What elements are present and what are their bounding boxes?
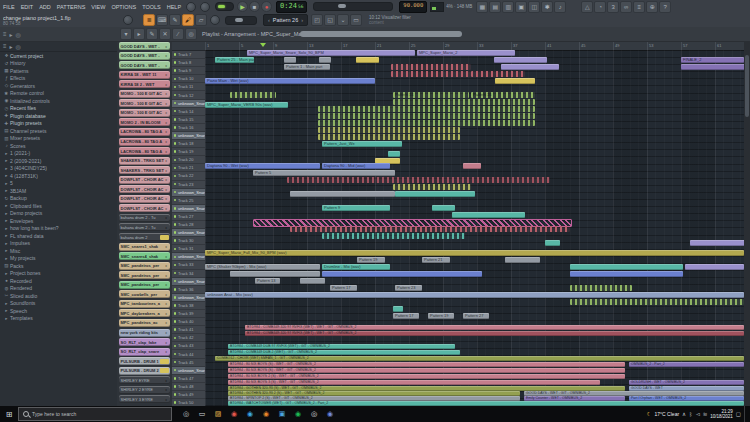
browser-item-project-bones[interactable]: ▸Project bones bbox=[0, 270, 117, 278]
track-mute-led[interactable] bbox=[174, 345, 177, 348]
playlist-clip[interactable] bbox=[495, 78, 535, 84]
playlist-clip[interactable] bbox=[432, 205, 455, 211]
wait-for-input-icon[interactable]: ◔ bbox=[594, 1, 606, 13]
playlist-clip[interactable]: MPC_Super_Mario_2 bbox=[417, 50, 515, 56]
browser-item-soundfonts[interactable]: ▸Soundfonts bbox=[0, 300, 117, 308]
playlist-clip[interactable]: Daytona 90 - Wet (wav) bbox=[205, 163, 320, 169]
playlist-clip[interactable] bbox=[452, 212, 525, 218]
track-header-unknown-snare18[interactable]: unknown_Snare18 bbox=[172, 367, 205, 375]
playlist-clip[interactable]: Pattern 27 bbox=[463, 313, 489, 319]
shuffle-knob[interactable] bbox=[123, 15, 133, 25]
playlist-clip[interactable] bbox=[505, 257, 540, 263]
picker-clip[interactable]: GOOD DAYS - WET -▸ bbox=[119, 42, 170, 50]
track-header-track-48[interactable]: Track 48 bbox=[172, 383, 205, 391]
track-header-unknown-snare11[interactable]: unknown_Snare11 bbox=[172, 132, 205, 140]
pattern-song-switch[interactable] bbox=[215, 2, 234, 11]
browser-item-1-2021-[interactable]: ▸1 (2021-) bbox=[0, 150, 117, 158]
track-header-track-41[interactable]: Track 41 bbox=[172, 326, 205, 334]
track-mute-led[interactable] bbox=[174, 78, 177, 81]
network-icon[interactable]: ≋ bbox=[703, 411, 708, 417]
pattern-selector[interactable]: ‹ Pattern 26 › bbox=[263, 14, 308, 26]
playlist-menu-icon[interactable]: ▾ bbox=[120, 28, 132, 40]
track-mute-led[interactable] bbox=[174, 296, 177, 299]
picker-clip[interactable]: bahana drum 2 - Tu▸ bbox=[119, 214, 170, 222]
playlist-clip[interactable] bbox=[570, 264, 683, 270]
slip-edit-button[interactable]: ▱ bbox=[195, 14, 207, 26]
playlist-clip[interactable]: Pattern 13 bbox=[255, 278, 280, 284]
picker-clip[interactable]: LACROWA - 80 TAG A▸ bbox=[119, 138, 170, 146]
playlist-clip[interactable]: COMBO12 - CHOIR (WET) SMFAN_1 - GIT - OM… bbox=[215, 356, 744, 361]
pattern-plus[interactable]: › bbox=[301, 17, 303, 23]
picker-clip[interactable]: GOOD DAYS - WET -▸ bbox=[119, 61, 170, 69]
chevron-up-icon[interactable]: ∧ bbox=[682, 411, 686, 417]
playlist-clip[interactable] bbox=[318, 134, 460, 140]
cortana-icon[interactable]: ◎ bbox=[178, 407, 194, 421]
menu-options[interactable]: OPTIONS bbox=[108, 4, 139, 10]
picker-clip[interactable]: DOWFLST - CHOIR AC▸ bbox=[119, 176, 170, 184]
plugin-picker-icon[interactable]: ◫ bbox=[528, 1, 540, 13]
picker-clip[interactable]: DOWFLST - CHOIR AC▸ bbox=[119, 204, 170, 212]
new-window-icon[interactable]: ◰ bbox=[311, 14, 323, 26]
track-mute-led[interactable] bbox=[174, 385, 177, 388]
track-header-track-33[interactable]: Track 33 bbox=[172, 261, 205, 269]
track-mute-led[interactable] bbox=[174, 150, 177, 153]
track-mute-led[interactable] bbox=[174, 288, 177, 291]
playlist-clip[interactable] bbox=[471, 71, 525, 77]
loop-record-icon[interactable]: ∞ bbox=[620, 1, 632, 13]
menu-edit[interactable]: EDIT bbox=[18, 4, 37, 10]
picker-clip[interactable]: SHIRLEY 2 EYRE▸ bbox=[119, 386, 170, 394]
playlist-clip[interactable]: Pattern 14 bbox=[393, 92, 469, 98]
playlist-clip[interactable] bbox=[570, 271, 683, 277]
browser-icon[interactable]: ▣ bbox=[515, 1, 527, 13]
track-mute-led[interactable] bbox=[174, 53, 177, 56]
track-header-track-19[interactable]: Track 19 bbox=[172, 148, 205, 156]
track-header-track-42[interactable]: Track 42 bbox=[172, 334, 205, 342]
track-mute-led[interactable] bbox=[174, 393, 177, 396]
browser-item-2-2009-2021-[interactable]: ▸2 (2009-2021) bbox=[0, 157, 117, 165]
track-header-track-7[interactable]: Track 7 bbox=[172, 51, 205, 59]
playlist-clip[interactable]: BTD984 - 80 SIX BOYS 3 (S) - WET - GIT -… bbox=[228, 380, 600, 385]
browser-item-mixer-presets[interactable]: ▥Mixer presets bbox=[0, 135, 117, 143]
track-mute-led[interactable] bbox=[174, 142, 177, 145]
browser-collapse-icon[interactable]: ▸ bbox=[10, 31, 13, 38]
browser-item-misc[interactable]: ▸Misc bbox=[0, 247, 117, 255]
track-header-track-8[interactable]: Track 8 bbox=[172, 59, 205, 67]
track-mute-led[interactable] bbox=[174, 264, 177, 267]
mixer-icon[interactable]: ▥ bbox=[502, 1, 514, 13]
picker-clip[interactable]: SMC_snares1_shak▸ bbox=[119, 243, 170, 251]
picker-clip[interactable]: SHIRLEY 3 EYRE▸ bbox=[119, 395, 170, 403]
playlist-clip[interactable]: BTD984 - 80 SIX BOYS (S) - WET - GIT - O… bbox=[228, 368, 625, 373]
track-mute-led[interactable] bbox=[174, 159, 177, 162]
track-mute-led[interactable] bbox=[174, 239, 177, 242]
show-desktop-button[interactable] bbox=[744, 406, 748, 422]
track-mute-led[interactable] bbox=[174, 312, 177, 315]
playlist-clip[interactable] bbox=[681, 64, 744, 70]
track-header-track-45[interactable]: Track 45 bbox=[172, 359, 205, 367]
playlist-clip[interactable]: BTD984 - COMB349-320 97 RVFIX (WET) - WE… bbox=[245, 325, 744, 330]
track-mute-led[interactable] bbox=[174, 231, 177, 234]
taskbar-clock[interactable]: 21:29 10/18/2021 bbox=[710, 409, 733, 420]
browser-item-clipboard-files[interactable]: ▸Clipboard files bbox=[0, 202, 117, 210]
picker-clip[interactable]: PULSURB - DRUM 1 bbox=[119, 357, 170, 365]
browser-search-icon[interactable]: ◎ bbox=[16, 31, 21, 38]
track-mute-led[interactable] bbox=[174, 272, 177, 275]
task-view-icon[interactable]: ▭ bbox=[194, 407, 210, 421]
browser-item-recent-files[interactable]: ◷Recent files bbox=[0, 105, 117, 113]
playlist-clip[interactable]: Pattern 1 - Main part bbox=[284, 64, 330, 70]
metronome-volume-knob[interactable] bbox=[210, 15, 220, 25]
master-volume-slider[interactable] bbox=[225, 16, 257, 25]
picker-clip[interactable]: LACROWA - 80 TAG A▸ bbox=[119, 128, 170, 136]
track-mute-led[interactable] bbox=[174, 320, 177, 323]
track-header-track-43[interactable]: Track 43 bbox=[172, 342, 205, 350]
countdown-icon[interactable]: 3 bbox=[607, 1, 619, 13]
playlist-clip[interactable]: BTD984 - 80 SIX BOYS 2 (S) - WET - GIT -… bbox=[228, 374, 625, 379]
snap-icon[interactable]: ⌄ bbox=[337, 14, 349, 26]
playlist-clip[interactable] bbox=[494, 57, 547, 63]
track-mute-led[interactable] bbox=[174, 256, 177, 259]
pencil-button[interactable]: ✎ bbox=[169, 14, 181, 26]
browser-item-current-project[interactable]: ❖Current project bbox=[0, 52, 117, 60]
picker-clip[interactable]: SMC_cowbells_per▸ bbox=[119, 290, 170, 298]
track-mute-led[interactable] bbox=[174, 280, 177, 283]
picker-clip[interactable]: PULSURB - DRUM 2 bbox=[119, 367, 170, 375]
picker-clip[interactable]: SO_RLT_clap_fake▸ bbox=[119, 338, 170, 346]
